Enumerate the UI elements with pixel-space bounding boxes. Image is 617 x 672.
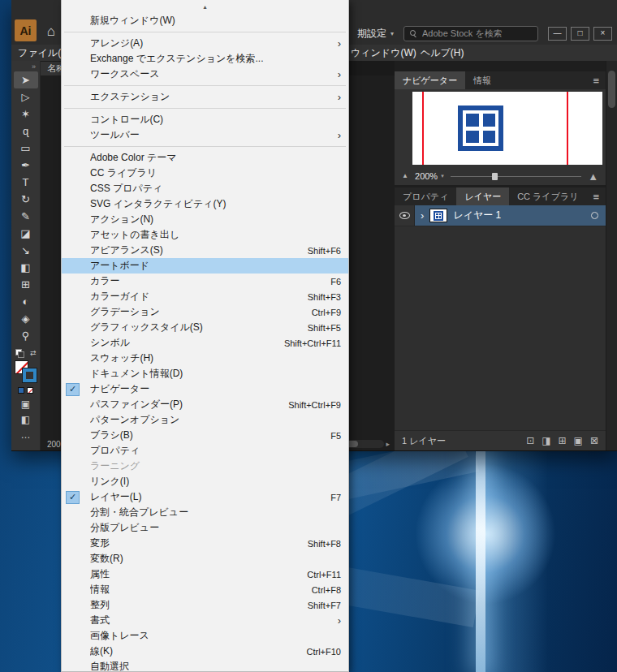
delete-selection-icon[interactable]: ⊠	[590, 435, 598, 446]
navigator-artboard-preview[interactable]	[412, 92, 602, 165]
tab-layers[interactable]: レイヤー	[456, 187, 509, 205]
magic-wand-tool[interactable]: ✶	[14, 106, 38, 123]
stroke-swatch[interactable]	[23, 368, 37, 382]
collapse-tools-icon[interactable]: »	[32, 62, 40, 71]
panel-menu-icon[interactable]: ≡	[586, 191, 606, 203]
default-fill-stroke-icon[interactable]	[15, 349, 24, 358]
menu-item[interactable]: ✓ ワークスペース ›	[62, 67, 348, 82]
menu-item[interactable]: ✓ 新規ウィンドウ(W) ›	[62, 13, 348, 28]
menu-item[interactable]: ✓ 属性 Ctrl+F11 ›	[62, 566, 348, 582]
menu-item[interactable]: ✓ ›	[62, 82, 348, 89]
menu-item[interactable]: ✓ 書式 ›	[62, 613, 348, 628]
menu-item[interactable]: ✓ コントロール(C) ›	[62, 112, 348, 127]
expand-chevron-icon[interactable]: ›	[421, 210, 424, 221]
menu-item[interactable]: ✓ アセットの書き出し ›	[62, 227, 348, 243]
rotate-tool[interactable]: ↻	[14, 191, 38, 208]
menu-item[interactable]: ✓ 画像トレース ›	[62, 628, 348, 644]
collect-for-export-icon[interactable]: ⊡	[526, 435, 534, 446]
menu-item[interactable]: ✓ スウォッチ(H) ›	[62, 351, 348, 366]
symbol-sprayer-tool[interactable]: ◈	[14, 310, 38, 327]
tab-properties[interactable]: プロパティ	[395, 187, 456, 205]
menu-item[interactable]: ✓ アクション(N) ›	[62, 212, 348, 227]
workspace-switcher[interactable]: 期設定 ▾	[357, 27, 394, 41]
zoom-out-icon[interactable]: ▲	[402, 173, 408, 179]
maximize-button[interactable]: □	[571, 27, 589, 41]
menu-item[interactable]: ✓ カラーガイド Shift+F3 ›	[62, 289, 348, 304]
menu-item[interactable]: ✓ CSS プロパティ ›	[62, 181, 348, 196]
menu-item[interactable]: ✓ ›	[62, 105, 348, 112]
menubar-item-window[interactable]: ウィンドウ(W)	[351, 46, 416, 60]
menu-item[interactable]: ✓ グラフィックスタイル(S) Shift+F5 ›	[62, 320, 348, 335]
swap-fill-stroke-icon[interactable]: ⇄	[30, 350, 37, 357]
draw-mode-icon[interactable]: ▣	[21, 399, 30, 409]
close-button[interactable]: ×	[593, 27, 612, 41]
screen-mode-icon[interactable]: ◧	[21, 415, 30, 424]
menu-item[interactable]: ✓ ドキュメント情報(D) ›	[62, 366, 348, 381]
zoom-slider[interactable]	[451, 172, 581, 181]
menu-item[interactable]: ✓ CC ライブラリ ›	[62, 166, 348, 181]
paintbrush-tool[interactable]: ✎	[14, 208, 38, 225]
zoom-in-icon[interactable]: ▲	[588, 171, 598, 182]
menu-item[interactable]: ✓ アレンジ(A) ›	[62, 36, 348, 51]
menu-item[interactable]: ✓ Exchange でエクステンションを検索... ›	[62, 51, 348, 67]
menu-item[interactable]: ✓ カラー F6 ›	[62, 274, 348, 289]
make-clipping-mask-icon[interactable]: ◨	[541, 435, 550, 446]
menu-item[interactable]: ✓ 自動選択 ›	[62, 659, 348, 672]
eraser-tool[interactable]: ◪	[14, 225, 38, 242]
menu-item[interactable]: ✓ Adobe Color テーマ ›	[62, 150, 348, 166]
menu-item[interactable]: ✓ 変形 Shift+F8 ›	[62, 536, 348, 551]
menu-item[interactable]: ✓ 分割・統合プレビュー ›	[62, 505, 348, 520]
menu-item[interactable]: ✓ 線(K) Ctrl+F10 ›	[62, 644, 348, 659]
layer-row[interactable]: › レイヤー 1	[395, 205, 606, 226]
stock-search-input[interactable]: Adobe Stock を検索	[403, 26, 538, 41]
zoom-slider-thumb[interactable]	[492, 173, 498, 180]
menu-item[interactable]: ✓ ナビゲーター ›	[62, 381, 348, 397]
menu-item[interactable]: ✓ ラーニング ›	[62, 459, 348, 474]
menu-item[interactable]: ✓ リンク(I) ›	[62, 474, 348, 489]
menu-item[interactable]: ✓ パスファインダー(P) Shift+Ctrl+F9 ›	[62, 397, 348, 412]
menu-item[interactable]: ✓ 変数(R) ›	[62, 551, 348, 566]
rectangle-tool[interactable]: ▭	[14, 140, 38, 157]
mesh-tool[interactable]: ⊞	[14, 276, 38, 293]
layer-target-icon[interactable]	[591, 212, 598, 219]
menu-item[interactable]: ✓ プロパティ ›	[62, 443, 348, 459]
menu-item[interactable]: ✓ エクステンション ›	[62, 89, 348, 105]
scroll-right-icon[interactable]: ▸	[386, 441, 390, 448]
zoom-level-select[interactable]: 200% ▾	[415, 171, 444, 181]
menu-item[interactable]: ✓ レイヤー(L) F7 ›	[62, 489, 348, 505]
menu-item[interactable]: ✓ グラデーション Ctrl+F9 ›	[62, 304, 348, 320]
home-icon[interactable]: ⌂	[41, 22, 61, 41]
layer-name[interactable]: レイヤー 1	[453, 209, 501, 222]
menu-item[interactable]: ✓ パターンオプション ›	[62, 412, 348, 428]
menubar-item-help[interactable]: ヘルプ(H)	[421, 46, 464, 60]
new-sublayer-icon[interactable]: ⊞	[559, 435, 567, 446]
type-tool[interactable]: T	[14, 174, 38, 191]
menu-item[interactable]: ✓ ブラシ(B) F5 ›	[62, 428, 348, 443]
navigator-preview[interactable]	[395, 89, 606, 167]
blend-tool[interactable]: ◐	[14, 293, 38, 310]
direct-selection-tool[interactable]: ▷	[14, 88, 38, 106]
none-chip[interactable]	[27, 387, 33, 394]
new-layer-icon[interactable]: ▣	[574, 435, 583, 446]
selection-tool[interactable]: ➤	[14, 71, 38, 88]
menu-item[interactable]: ✓ アピアランス(S) Shift+F6 ›	[62, 243, 348, 258]
vertical-scrollbar[interactable]	[606, 61, 617, 450]
tab-navigator[interactable]: ナビゲーター	[395, 71, 465, 89]
pen-tool[interactable]: ✒	[14, 157, 38, 174]
menu-item[interactable]: ✓ ツールバー ›	[62, 127, 348, 143]
menu-item[interactable]: ✓ 整列 Shift+F7 ›	[62, 597, 348, 613]
minimize-button[interactable]: —	[548, 27, 567, 41]
scale-tool[interactable]: ↘	[14, 242, 38, 259]
menu-item[interactable]: ✓ アートボード ›	[62, 258, 348, 274]
lasso-tool[interactable]: ɋ	[14, 123, 38, 140]
edit-toolbar-icon[interactable]: …	[21, 430, 31, 440]
panel-menu-icon[interactable]: ≡	[586, 75, 606, 87]
layer-thumbnail[interactable]	[429, 209, 447, 222]
gradient-tool[interactable]: ◧	[14, 259, 38, 276]
tab-cc-libraries[interactable]: CC ライブラリ	[509, 187, 586, 205]
menu-item[interactable]: ✓ シンボル Shift+Ctrl+F11 ›	[62, 335, 348, 351]
menu-item[interactable]: ✓ ›	[62, 28, 348, 36]
layer-selected-region[interactable]: › レイヤー 1	[415, 205, 606, 226]
menu-item[interactable]: ✓ SVG インタラクティビティ(Y) ›	[62, 196, 348, 212]
vertical-scroll-thumb[interactable]	[608, 71, 615, 108]
